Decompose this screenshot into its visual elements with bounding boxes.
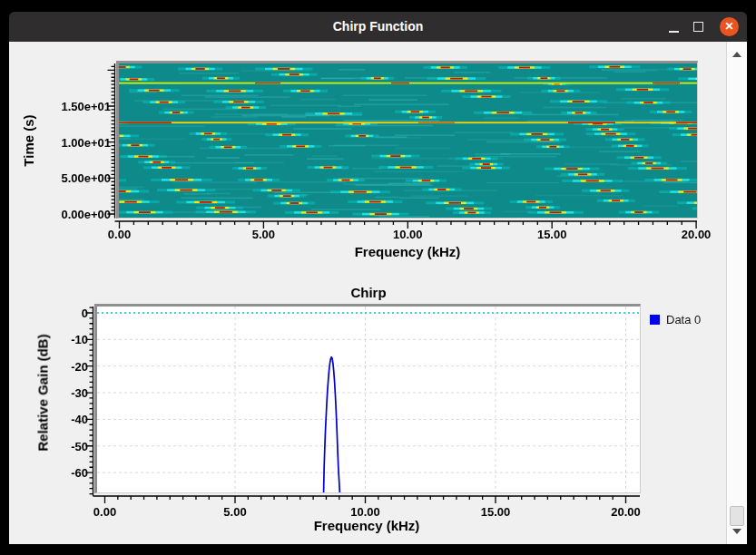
spectrogram-x-tick-label: 0.00 xyxy=(108,228,131,241)
line-plot-x-tick-label: 10.00 xyxy=(350,505,380,519)
line-plot-y-tick-label: -50 xyxy=(71,439,88,453)
line-plot-title: Chirp xyxy=(350,285,386,300)
window-titlebar[interactable]: Chirp Function ✕ xyxy=(9,12,747,42)
spectrogram-y-axis-title: Time (s) xyxy=(21,114,36,166)
spectrogram-canvas-frame xyxy=(116,61,698,219)
spectrogram-x-tick-label: 15.00 xyxy=(537,228,567,241)
spectrogram-plot-canvas[interactable] xyxy=(119,63,697,218)
spectrogram-x-tick-label: 5.00 xyxy=(252,228,275,241)
line-plot-y-tick-label: -10 xyxy=(71,333,88,346)
spectrogram-y-tick-label: 0.00e+00 xyxy=(61,208,111,221)
maximize-button[interactable] xyxy=(692,19,706,34)
app-window: Chirp Function ✕ Time (s) 0.005.0010.001… xyxy=(9,12,747,544)
window-title: Chirp Function xyxy=(9,12,747,42)
line-plot-y-tick-label: -20 xyxy=(71,359,88,373)
line-plot-y-tick-label: -30 xyxy=(71,386,88,400)
vertical-scrollbar[interactable] xyxy=(726,42,747,544)
legend-marker-data0 xyxy=(650,315,660,325)
line-plot-x-tick-label: 20.00 xyxy=(611,505,641,519)
line-plot-y-tick-label: -40 xyxy=(71,413,88,426)
spectrogram-x-tick-label: 20.00 xyxy=(682,228,712,241)
line-plot-x-tick-label: 15.00 xyxy=(481,505,511,519)
minimize-button[interactable] xyxy=(667,19,682,34)
line-plot-x-tick-label: 0.00 xyxy=(93,505,116,519)
spectrogram-x-axis-title: Frequency (kHz) xyxy=(355,244,461,259)
spectrogram-x-tick-label: 10.00 xyxy=(393,228,423,241)
line-plot-y-tick-label: 0 xyxy=(82,307,88,320)
line-plot-x-axis-title: Frequency (kHz) xyxy=(314,518,420,533)
line-plot-canvas-frame xyxy=(94,304,641,493)
line-plot-x-tick-label: 5.00 xyxy=(223,505,246,519)
minimize-icon xyxy=(669,31,679,33)
window-content: Time (s) 0.005.0010.0015.0020.000.00e+00… xyxy=(9,42,747,544)
spectrogram-y-tick-label: 1.00e+01 xyxy=(61,135,111,149)
legend-label-data0: Data 0 xyxy=(666,313,701,326)
scrollbar-thumb[interactable] xyxy=(730,506,744,526)
maximize-icon xyxy=(693,22,703,32)
spectrogram-y-tick-label: 1.50e+01 xyxy=(61,100,111,113)
desktop-background: Chirp Function ✕ Time (s) 0.005.0010.001… xyxy=(0,0,756,555)
line-plot-canvas[interactable] xyxy=(97,307,640,492)
close-button[interactable]: ✕ xyxy=(720,17,739,36)
spectrogram-y-tick-label: 5.00e+00 xyxy=(61,171,111,185)
close-icon: ✕ xyxy=(720,17,739,36)
scrollbar-up-arrow-icon[interactable] xyxy=(732,52,741,57)
legend-item-data0[interactable]: Data 0 xyxy=(650,313,701,326)
line-plot-y-axis-title: Relative Gain (dB) xyxy=(35,334,51,451)
scrollbar-down-arrow-icon[interactable] xyxy=(732,529,741,534)
line-plot-y-tick-label: -60 xyxy=(71,466,88,480)
